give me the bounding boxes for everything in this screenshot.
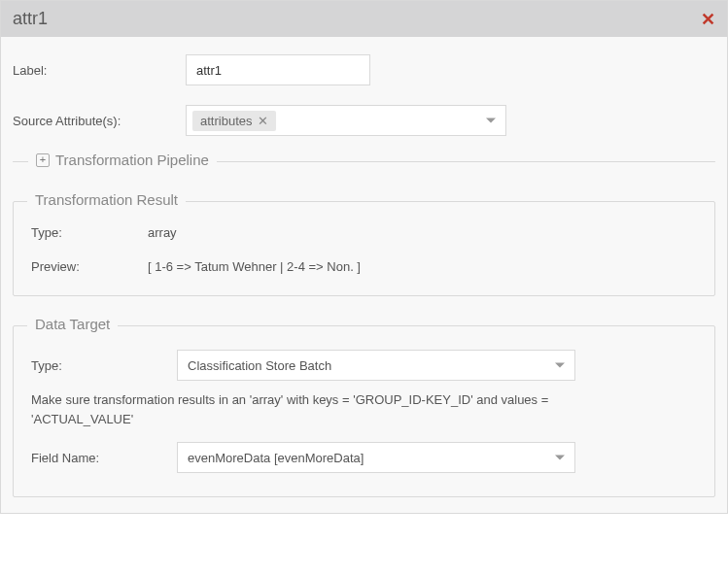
source-attr-select[interactable]: attributes ✕ bbox=[186, 105, 506, 136]
dialog-title: attr1 bbox=[13, 9, 48, 29]
target-type-select[interactable]: Classification Store Batch bbox=[177, 350, 575, 381]
source-attr-tag-label: attributes bbox=[200, 114, 252, 128]
transformation-result-legend-text: Transformation Result bbox=[35, 191, 178, 208]
transformation-pipeline-legend: + Transformation Pipeline bbox=[28, 152, 217, 168]
dialog-window: attr1 ✕ Label: Source Attribute(s): attr… bbox=[0, 0, 728, 514]
chevron-down-icon[interactable] bbox=[555, 456, 565, 460]
dialog-body: Label: Source Attribute(s): attributes ✕… bbox=[1, 37, 727, 513]
target-fieldname-select[interactable]: evenMoreData [evenMoreData] bbox=[177, 442, 575, 473]
target-fieldname-label: Field Name: bbox=[31, 451, 177, 465]
result-preview-value: [ 1-6 => Tatum Wehner | 2-4 => Non. ] bbox=[148, 259, 361, 274]
plus-icon[interactable]: + bbox=[36, 153, 50, 167]
transformation-result-legend: Transformation Result bbox=[27, 191, 186, 208]
data-target-body: Type: Classification Store Batch Make su… bbox=[14, 326, 714, 496]
result-preview-label: Preview: bbox=[31, 259, 148, 274]
target-fieldname-row: Field Name: evenMoreData [evenMoreData] bbox=[31, 442, 697, 473]
result-type-label: Type: bbox=[31, 225, 148, 240]
result-type-row: Type: array bbox=[31, 225, 697, 240]
label-row: Label: bbox=[13, 47, 715, 85]
label-input[interactable] bbox=[186, 54, 370, 85]
label-field-label: Label: bbox=[13, 63, 186, 78]
target-type-row: Type: Classification Store Batch bbox=[31, 350, 697, 381]
data-target-legend: Data Target bbox=[27, 316, 118, 332]
target-fieldname-value: evenMoreData [evenMoreData] bbox=[188, 451, 364, 465]
transformation-pipeline-legend-text: Transformation Pipeline bbox=[55, 152, 209, 168]
tag-remove-icon[interactable]: ✕ bbox=[258, 115, 268, 127]
transformation-result-body: Type: array Preview: [ 1-6 => Tatum Wehn… bbox=[14, 202, 714, 295]
target-type-value: Classification Store Batch bbox=[188, 358, 331, 373]
source-attr-label: Source Attribute(s): bbox=[13, 114, 186, 128]
data-target-fieldset: Data Target Type: Classification Store B… bbox=[13, 325, 715, 497]
transformation-result-fieldset: Transformation Result Type: array Previe… bbox=[13, 201, 715, 296]
result-type-value: array bbox=[148, 225, 177, 240]
target-type-label: Type: bbox=[31, 358, 177, 373]
data-target-legend-text: Data Target bbox=[35, 316, 110, 332]
transformation-pipeline-fieldset: + Transformation Pipeline bbox=[13, 161, 715, 162]
source-attr-row: Source Attribute(s): attributes ✕ bbox=[13, 97, 715, 136]
chevron-down-icon[interactable] bbox=[555, 363, 565, 368]
result-preview-row: Preview: [ 1-6 => Tatum Wehner | 2-4 => … bbox=[31, 259, 697, 274]
source-attr-tag: attributes ✕ bbox=[192, 111, 276, 131]
data-target-hint: Make sure transformation results in an '… bbox=[31, 390, 575, 428]
close-icon[interactable]: ✕ bbox=[701, 11, 715, 28]
dialog-header: attr1 ✕ bbox=[1, 1, 727, 37]
chevron-down-icon[interactable] bbox=[486, 118, 496, 123]
